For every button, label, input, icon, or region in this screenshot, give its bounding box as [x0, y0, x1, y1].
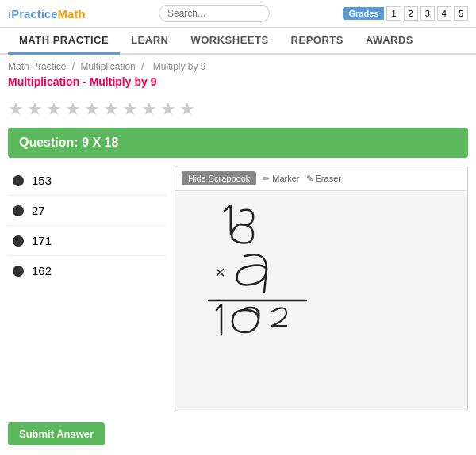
grade-4-button[interactable]: 4: [437, 6, 451, 21]
choice-3[interactable]: 171: [8, 226, 167, 256]
nav-math-practice[interactable]: MATH PRACTICE: [8, 28, 120, 55]
nav: MATH PRACTICE LEARN WORKSHEETS REPORTS A…: [0, 28, 476, 55]
star-2[interactable]: ★: [27, 99, 43, 120]
nav-learn[interactable]: LEARN: [120, 28, 179, 53]
nav-worksheets[interactable]: WORKSHEETS: [179, 28, 279, 53]
choice-value-1: 153: [32, 174, 52, 187]
star-3[interactable]: ★: [46, 99, 62, 120]
drawing-area[interactable]: ×: [175, 191, 467, 397]
grade-1-button[interactable]: 1: [386, 6, 401, 21]
marker-label: Marker: [272, 174, 299, 183]
star-1[interactable]: ★: [8, 99, 24, 120]
nav-reports[interactable]: REPORTS: [280, 28, 355, 53]
question-text: 9 X 18: [82, 136, 118, 149]
grade-5-button[interactable]: 5: [454, 6, 468, 21]
scrapbook-toolbar: Hide Scrapbook ✏ Marker ✎ Eraser: [175, 166, 467, 191]
eraser-tool-button[interactable]: ✎ Eraser: [306, 174, 341, 184]
logo: iPracticeMath: [8, 7, 86, 21]
choice-value-3: 171: [32, 234, 52, 247]
choice-2[interactable]: 27: [8, 196, 167, 226]
grades-label: Grades: [343, 7, 384, 20]
choice-4[interactable]: 162: [8, 256, 167, 285]
choice-value-2: 27: [32, 204, 45, 217]
marker-icon: ✏: [263, 174, 270, 184]
svg-text:×: ×: [215, 262, 225, 282]
grades-bar: Grades 1 2 3 4 5: [343, 6, 468, 21]
svg-line-2: [264, 269, 267, 292]
star-6[interactable]: ★: [103, 99, 119, 120]
eraser-icon: ✎: [306, 174, 313, 184]
breadcrumb-math-practice[interactable]: Math Practice: [8, 61, 66, 72]
logo-math: Math: [58, 7, 86, 21]
choice-1[interactable]: 153: [8, 166, 167, 196]
star-4[interactable]: ★: [65, 99, 81, 120]
choice-dot-4: [13, 266, 24, 277]
star-9[interactable]: ★: [160, 99, 176, 120]
question-label: Question:: [19, 136, 79, 149]
breadcrumb-multiplication[interactable]: Multiplication: [80, 61, 135, 72]
grade-3-button[interactable]: 3: [420, 6, 435, 21]
star-7[interactable]: ★: [122, 99, 138, 120]
marker-tool-button[interactable]: ✏ Marker: [263, 174, 299, 184]
star-10[interactable]: ★: [179, 99, 195, 120]
page-title: Multiplication - Multiply by 9: [0, 74, 476, 94]
submit-section: Submit Answer: [0, 411, 476, 453]
question-bar: Question: 9 X 18: [8, 128, 468, 158]
submit-button[interactable]: Submit Answer: [8, 422, 105, 445]
choice-dot-3: [13, 235, 24, 247]
choice-dot-1: [13, 175, 24, 186]
math-handwriting: ×: [175, 191, 467, 397]
logo-itext: iPractice: [8, 7, 58, 21]
breadcrumb: Math Practice / Multiplication / Multipl…: [0, 55, 476, 74]
stars-rating: ★ ★ ★ ★ ★ ★ ★ ★ ★ ★: [0, 94, 476, 128]
header: iPracticeMath Grades 1 2 3 4 5: [0, 0, 476, 28]
hide-scrapbook-button[interactable]: Hide Scrapbook: [182, 171, 256, 185]
nav-awards[interactable]: AWARDS: [355, 28, 424, 53]
star-5[interactable]: ★: [84, 99, 100, 120]
eraser-label: Eraser: [316, 174, 341, 183]
answer-choices: 153 27 171 162: [8, 166, 167, 411]
scrapbook-panel: Hide Scrapbook ✏ Marker ✎ Eraser ×: [175, 166, 468, 411]
star-8[interactable]: ★: [141, 99, 157, 120]
choice-value-4: 162: [32, 264, 52, 277]
search-input[interactable]: [159, 5, 270, 22]
choice-dot-2: [13, 205, 24, 216]
main-content: 153 27 171 162 Hide Scrapbook ✏ Marker ✎…: [0, 166, 476, 411]
breadcrumb-current: Multiply by 9: [153, 61, 206, 72]
grade-2-button[interactable]: 2: [404, 6, 418, 21]
